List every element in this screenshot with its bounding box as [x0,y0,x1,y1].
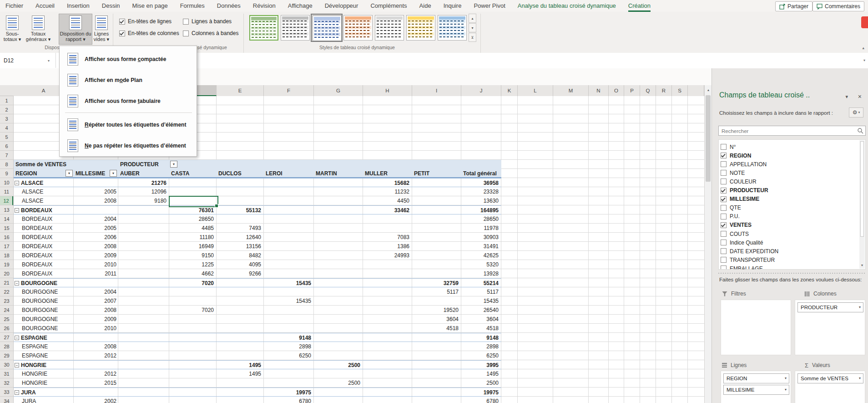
collapse-icon[interactable]: − [15,208,19,213]
pivot-value-leroi[interactable]: 19975 [265,388,311,397]
menu-item-afficher-sous-forme-tabulaire[interactable]: Afficher sous forme tabulaire [60,91,196,112]
pivot-grand-total-value[interactable]: 6780 [462,397,499,403]
row-header-8[interactable]: 8 [0,160,13,169]
pane-splitter[interactable] [718,273,866,274]
pivot-value-duclos[interactable]: 8482 [217,251,261,260]
pivot-grand-total-value[interactable]: 4518 [462,324,499,333]
row-header-30[interactable]: 30 [0,360,13,369]
close-icon[interactable]: × [858,93,862,100]
field-item-millesime[interactable]: MILLESIME [721,195,759,204]
columns-chip-producteur[interactable]: PRODUCTEUR▾ [797,302,863,312]
field-checkbox[interactable] [721,231,727,237]
pivot-value-duclos[interactable]: 9266 [217,269,261,278]
col-header-G[interactable]: G [314,85,363,96]
row-header-19[interactable]: 19 [0,260,13,269]
pivot-row-19[interactable]: BORDEAUX2010122540955320 [14,260,501,269]
field-item-emballage[interactable]: EMBALLAGE [721,264,763,270]
field-checkbox[interactable] [721,205,727,211]
pivot-value-duclos[interactable]: 7493 [217,224,261,233]
tab-compl-ments[interactable]: Compléments [370,0,407,12]
pivot-style-light[interactable] [373,14,405,42]
checkbox-box[interactable] [119,31,125,36]
rows-chip-region[interactable]: REGION▾ [723,373,789,383]
pivot-grand-total-value[interactable]: 28650 [462,214,499,224]
checkbox-box[interactable] [183,31,189,36]
row-header-18[interactable]: 18 [0,251,13,260]
field-list-scroll-down-icon[interactable]: ▼ [859,261,865,269]
field-item-couleur[interactable]: COULEUR [721,177,757,186]
pivot-grand-total-value[interactable]: 13928 [462,269,499,278]
field-checkbox[interactable] [721,265,727,270]
expand-formula-bar-icon[interactable]: ▾ [863,58,865,62]
row-header-9[interactable]: 9 [0,169,13,178]
collapse-icon[interactable]: − [15,363,19,367]
field-item-ventes[interactable]: VENTES [721,221,752,230]
rows-drop-zone[interactable]: REGION▾MILLESIME▾ [721,371,791,403]
producteur-filter-button[interactable]: ▼ [170,161,177,168]
pivot-grand-total-value[interactable]: 164895 [462,206,499,215]
pivot-col-header-muller[interactable]: MULLER [365,169,410,178]
field-checkbox[interactable] [721,188,727,194]
values-drop-zone[interactable]: Somme de VENTES▾ [795,371,865,403]
chevron-down-icon[interactable]: ▾ [845,94,848,100]
col-header-I[interactable]: I [412,85,461,96]
pivot-value-muller[interactable]: 11232 [364,187,409,196]
pivot-value-leroi[interactable]: 6780 [265,397,311,403]
pivot-value-duclos[interactable]: 4095 [217,260,261,269]
pivot-value-casta[interactable]: 4662 [170,269,214,278]
tab-affichage[interactable]: Affichage [288,0,313,12]
pivot-row-13[interactable]: −BORDEAUX763015513233462164895 [14,205,501,214]
selected-cell-outline[interactable] [169,196,218,207]
field-checkbox[interactable] [721,161,727,167]
row-header-25[interactable]: 25 [0,315,13,324]
tab-r-vision[interactable]: Révision [253,0,276,12]
collapse-icon[interactable]: − [15,390,19,395]
pivot-grand-total-value[interactable]: 6250 [462,351,499,360]
menu-item-ne-pas-r-p-ter-les-tiquettes-d-l-ment[interactable]: Ne pas répéter les étiquettes d’élément [60,135,196,156]
col-header-E[interactable]: E [217,85,264,96]
ribbon-button-totaux-g-n-raux[interactable]: Totaux généraux ▾ [24,14,53,45]
row-header-2[interactable]: 2 [0,105,13,114]
tab-power-pivot[interactable]: Power Pivot [474,0,505,12]
pivot-style-gray[interactable] [279,14,311,42]
pivot-value-leroi[interactable]: 15435 [265,296,311,306]
col-header-J[interactable]: J [461,85,501,96]
filters-drop-zone[interactable] [721,300,791,355]
row-header-26[interactable]: 26 [0,324,13,333]
field-list-scrollbar[interactable] [859,140,865,269]
pivot-grand-total-value[interactable]: 15435 [462,296,499,306]
pivot-value-petit[interactable]: 3604 [413,315,459,324]
pivot-value-casta[interactable]: 11180 [170,233,214,242]
pivot-row-30[interactable]: −HONGRIE149525003995 [14,360,501,369]
pivot-value-duclos[interactable]: 13156 [217,242,261,251]
gallery-scroll-down-icon[interactable]: ▾ [469,23,476,32]
field-checkbox[interactable] [721,170,727,176]
ribbon-button-lignes-vides[interactable]: Lignes vides ▾ [92,14,111,45]
pivot-value-casta[interactable]: 4485 [170,224,214,233]
row-header-23[interactable]: 23 [0,296,13,306]
col-header-Q[interactable]: Q [640,85,656,96]
pivot-grand-total-value[interactable]: 2500 [462,378,499,388]
pivot-style-orange[interactable] [342,14,374,42]
pivot-value-casta[interactable]: 7020 [170,306,214,315]
pivot-grand-total-value[interactable]: 13630 [462,196,499,205]
field-checkbox[interactable] [721,222,727,228]
row-header-5[interactable]: 5 [0,133,13,142]
col-header-partial[interactable] [688,85,704,96]
pivot-value-petit[interactable]: 32759 [413,279,459,288]
pivot-row-21[interactable]: −BOURGOGNE7020154353275955214 [14,278,501,287]
col-header-O[interactable]: O [609,85,624,96]
field-list-scrollbar-thumb[interactable] [860,141,864,237]
pivot-row-33[interactable]: −JURA1997519975 [14,388,501,397]
checkbox-box[interactable] [183,19,189,25]
pivot-value-leroi[interactable]: 9148 [265,333,311,342]
tab-dessin[interactable]: Dessin [102,0,120,12]
name-box-caret-icon[interactable]: ▾ [48,59,50,63]
pivot-row-15[interactable]: BORDEAUX20054485749311978 [14,224,501,233]
checkbox-en-t-tes-de-lignes[interactable]: En-têtes de lignes [119,18,172,25]
pivot-value-muller[interactable]: 7083 [364,233,409,242]
col-header-N[interactable]: N [589,85,609,96]
pivot-row-34[interactable]: JURA200267806780 [14,397,501,403]
row-header-13[interactable]: 13 [0,205,13,214]
row-header-33[interactable]: 33 [0,388,13,397]
